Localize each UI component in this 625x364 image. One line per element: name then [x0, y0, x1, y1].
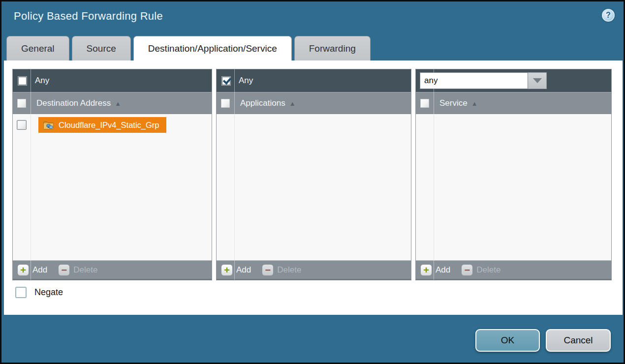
applications-delete-button[interactable]: − Delete [262, 264, 301, 276]
applications-sort-header[interactable]: Applications ▲ [240, 98, 296, 108]
sort-asc-icon: ▲ [471, 100, 478, 107]
destination-select-all-checkbox[interactable] [17, 98, 27, 108]
delete-icon: − [262, 264, 274, 276]
help-icon[interactable]: ? [602, 9, 615, 22]
destination-any-header: Any [13, 69, 212, 92]
divider [31, 115, 31, 260]
add-icon: + [420, 264, 432, 276]
sort-asc-icon: ▲ [115, 100, 121, 107]
applications-any-checkbox[interactable] [221, 76, 231, 86]
applications-list [217, 114, 411, 260]
destination-address-item[interactable]: Cloudflare_IPv4_Static_Grp [38, 117, 166, 133]
service-mode-header [416, 69, 611, 92]
negate-row: Negate [15, 287, 63, 298]
tab-forwarding[interactable]: Forwarding [294, 36, 371, 61]
delete-icon: − [58, 264, 70, 276]
tab-source[interactable]: Source [72, 36, 131, 61]
divider [234, 115, 235, 260]
destination-delete-button[interactable]: − Delete [58, 264, 97, 276]
service-sort-header[interactable]: Service ▲ [439, 98, 478, 108]
negate-checkbox[interactable] [15, 287, 27, 298]
negate-label: Negate [34, 287, 63, 298]
destination-add-button[interactable]: + Add [17, 264, 47, 276]
chevron-down-icon [533, 78, 542, 83]
applications-toolbar: + Add − Delete [217, 260, 411, 280]
service-mode-input[interactable] [420, 72, 528, 89]
service-select-all-checkbox[interactable] [420, 98, 430, 108]
service-delete-button[interactable]: − Delete [461, 264, 500, 276]
tab-bar: General Source Destination/Application/S… [6, 36, 371, 61]
add-icon: + [17, 264, 29, 276]
service-list [416, 114, 611, 260]
destination-address-column: Any Destination Address ▲ [12, 69, 212, 280]
service-toolbar: + Add − Delete [416, 260, 611, 280]
cancel-button[interactable]: Cancel [546, 329, 611, 352]
sort-asc-icon: ▲ [289, 100, 296, 107]
service-mode-dropdown-button[interactable] [528, 72, 547, 89]
applications-any-header: Any [217, 69, 411, 92]
dialog-title: Policy Based Forwarding Rule [14, 10, 163, 23]
service-add-button[interactable]: + Add [420, 264, 450, 276]
delete-icon: − [461, 264, 473, 276]
divider [434, 115, 434, 260]
ok-button[interactable]: OK [475, 329, 540, 352]
add-icon: + [221, 264, 233, 276]
row-checkbox[interactable] [17, 120, 27, 130]
destination-any-checkbox[interactable] [18, 76, 27, 86]
service-column: Service ▲ + Add − Delete [415, 69, 612, 280]
tab-general[interactable]: General [6, 36, 69, 61]
table-row: Cloudflare_IPv4_Static_Grp [13, 117, 212, 133]
applications-column: Any Applications ▲ + Add − [216, 69, 411, 280]
tab-content-panel: Any Destination Address ▲ [4, 61, 623, 315]
applications-add-button[interactable]: + Add [221, 264, 251, 276]
destination-toolbar: + Add − Delete [13, 260, 212, 280]
tab-destination-application-service[interactable]: Destination/Application/Service [133, 36, 292, 61]
destination-any-label: Any [35, 76, 49, 86]
destination-address-sort-header[interactable]: Destination Address ▲ [36, 98, 121, 108]
service-mode-dropdown [420, 72, 547, 89]
destination-list: Cloudflare_IPv4_Static_Grp [13, 114, 212, 260]
destination-address-name: Cloudflare_IPv4_Static_Grp [59, 121, 159, 130]
destination-column-header: Destination Address ▲ [13, 92, 212, 114]
service-column-header: Service ▲ [416, 92, 611, 114]
applications-select-all-checkbox[interactable] [220, 98, 230, 108]
applications-any-label: Any [239, 76, 253, 86]
applications-column-header: Applications ▲ [217, 92, 411, 114]
address-group-icon [43, 121, 54, 129]
policy-based-forwarding-dialog: Policy Based Forwarding Rule ? General S… [0, 0, 625, 364]
